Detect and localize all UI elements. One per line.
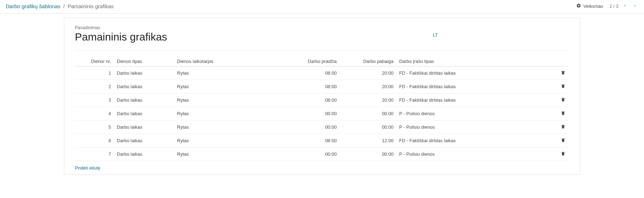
- cell-day-period[interactable]: Rytas: [174, 66, 283, 80]
- cell-work-end[interactable]: 20:00: [340, 80, 396, 93]
- cell-work-end[interactable]: 12:00: [340, 134, 396, 147]
- cell-day-nr[interactable]: 3: [75, 93, 114, 107]
- pager-prev-button[interactable]: [621, 3, 628, 10]
- cell-day-type[interactable]: Darbo laikas: [114, 66, 174, 80]
- cell-day-nr[interactable]: 2: [75, 80, 114, 93]
- cell-day-type[interactable]: Darbo laikas: [114, 120, 174, 134]
- cell-day-nr[interactable]: 4: [75, 107, 114, 120]
- breadcrumb-current: Pamaininis grafikas: [67, 3, 114, 9]
- gear-icon: [576, 3, 581, 9]
- pager-count: 2 / 3: [610, 4, 618, 9]
- col-entry-type: Darbo įrašo tipas: [396, 57, 557, 66]
- cell-entry-type[interactable]: FD - Faktiškai dirbtas laikas: [396, 66, 557, 80]
- cell-work-end[interactable]: 00:00: [340, 107, 396, 120]
- trash-icon: [561, 84, 566, 90]
- cell-entry-type[interactable]: P - Poilsio dienos: [396, 147, 557, 161]
- table-row[interactable]: 4Darbo laikasRytas00:0000:00P - Poilsio …: [75, 107, 569, 120]
- trash-icon: [561, 124, 566, 130]
- cell-entry-type[interactable]: P - Poilsio dienos: [396, 107, 557, 120]
- header-right-tools: Veiksmas 2 / 3: [576, 3, 638, 10]
- table-row[interactable]: 3Darbo laikasRytas08:0020:00FD - Faktišk…: [75, 93, 569, 107]
- header-bar: Darbo grafikų šablonas / Pamaininis graf…: [0, 0, 644, 14]
- delete-row-button[interactable]: [560, 150, 566, 158]
- cell-day-period[interactable]: Rytas: [174, 147, 283, 161]
- col-work-start: Darbo pradžia: [283, 57, 340, 66]
- name-field-label: Pavadinimas: [75, 25, 416, 30]
- cell-work-start[interactable]: 08:00: [283, 134, 340, 147]
- table-row[interactable]: 1Darbo laikasRytas08:0020:00FD - Faktišk…: [75, 66, 569, 80]
- trash-icon: [561, 97, 566, 103]
- cell-work-end[interactable]: 00:00: [340, 147, 396, 161]
- table-row[interactable]: 7Darbo laikasRytas00:0000:00P - Poilsio …: [75, 147, 569, 161]
- cell-work-end[interactable]: 00:00: [340, 120, 396, 134]
- cell-day-type[interactable]: Darbo laikas: [114, 134, 174, 147]
- trash-icon: [561, 138, 566, 144]
- cell-day-nr[interactable]: 6: [75, 134, 114, 147]
- cell-day-period[interactable]: Rytas: [174, 120, 283, 134]
- chevron-right-icon: [633, 4, 637, 9]
- name-field-value[interactable]: Pamaininis grafikas: [75, 31, 416, 43]
- cell-work-start[interactable]: 08:00: [283, 93, 340, 107]
- cell-entry-type[interactable]: FD - Faktiškai dirbtas laikas: [396, 93, 557, 107]
- cell-day-nr[interactable]: 5: [75, 120, 114, 134]
- action-menu-label: Veiksmas: [583, 4, 603, 9]
- delete-row-button[interactable]: [560, 137, 566, 144]
- trash-icon: [561, 70, 566, 76]
- language-badge[interactable]: LT: [433, 32, 438, 38]
- col-work-end: Darbo pabaiga: [340, 57, 396, 66]
- record-pager: 2 / 3: [610, 3, 638, 10]
- cell-work-start[interactable]: 08:00: [283, 66, 340, 80]
- cell-work-start[interactable]: 00:00: [283, 147, 340, 161]
- breadcrumb: Darbo grafikų šablonas / Pamaininis graf…: [6, 3, 576, 9]
- schedule-lines-table: Dienor nr. Dienos tipas Dienos laikotarp…: [75, 57, 569, 161]
- cell-day-nr[interactable]: 7: [75, 147, 114, 161]
- table-row[interactable]: 2Darbo laikasRytas08:0020:00FD - Faktišk…: [75, 80, 569, 93]
- add-line-link[interactable]: Pridėti eilutę: [75, 165, 100, 171]
- trash-icon: [561, 151, 566, 157]
- cell-work-end[interactable]: 20:00: [340, 66, 396, 80]
- col-day-nr: Dienor nr.: [75, 57, 114, 66]
- cell-day-type[interactable]: Darbo laikas: [114, 147, 174, 161]
- col-day-period: Dienos laikotarpis: [174, 57, 283, 66]
- trash-icon: [561, 111, 566, 117]
- cell-day-nr[interactable]: 1: [75, 66, 114, 80]
- cell-day-period[interactable]: Rytas: [174, 134, 283, 147]
- breadcrumb-root-link[interactable]: Darbo grafikų šablonas: [6, 3, 60, 9]
- action-menu-button[interactable]: Veiksmas: [576, 3, 603, 9]
- cell-entry-type[interactable]: FD - Faktiškai dirbtas laikas: [396, 134, 557, 147]
- col-day-type: Dienos tipas: [114, 57, 174, 66]
- delete-row-button[interactable]: [560, 96, 566, 104]
- cell-day-type[interactable]: Darbo laikas: [114, 107, 174, 120]
- table-row[interactable]: 6Darbo laikasRytas08:0012:00FD - Faktišk…: [75, 134, 569, 147]
- col-actions: [557, 57, 569, 66]
- cell-work-end[interactable]: 20:00: [340, 93, 396, 107]
- delete-row-button[interactable]: [560, 83, 566, 90]
- delete-row-button[interactable]: [560, 69, 566, 77]
- cell-day-period[interactable]: Rytas: [174, 107, 283, 120]
- delete-row-button[interactable]: [560, 110, 566, 117]
- cell-entry-type[interactable]: P - Poilsio dienos: [396, 120, 557, 134]
- cell-day-period[interactable]: Rytas: [174, 93, 283, 107]
- cell-work-start[interactable]: 00:00: [283, 107, 340, 120]
- cell-entry-type[interactable]: FD - Faktiškai dirbtas laikas: [396, 80, 557, 93]
- delete-row-button[interactable]: [560, 123, 566, 131]
- form-sheet: Pavadinimas Pamaininis grafikas LT Dieno…: [64, 18, 580, 175]
- cell-day-period[interactable]: Rytas: [174, 80, 283, 93]
- cell-work-start[interactable]: 08:00: [283, 80, 340, 93]
- chevron-left-icon: [623, 4, 627, 9]
- table-row[interactable]: 5Darbo laikasRytas00:0000:00P - Poilsio …: [75, 120, 569, 134]
- cell-work-start[interactable]: 00:00: [283, 120, 340, 134]
- cell-day-type[interactable]: Darbo laikas: [114, 80, 174, 93]
- pager-next-button[interactable]: [631, 3, 638, 10]
- breadcrumb-separator: /: [63, 3, 65, 9]
- cell-day-type[interactable]: Darbo laikas: [114, 93, 174, 107]
